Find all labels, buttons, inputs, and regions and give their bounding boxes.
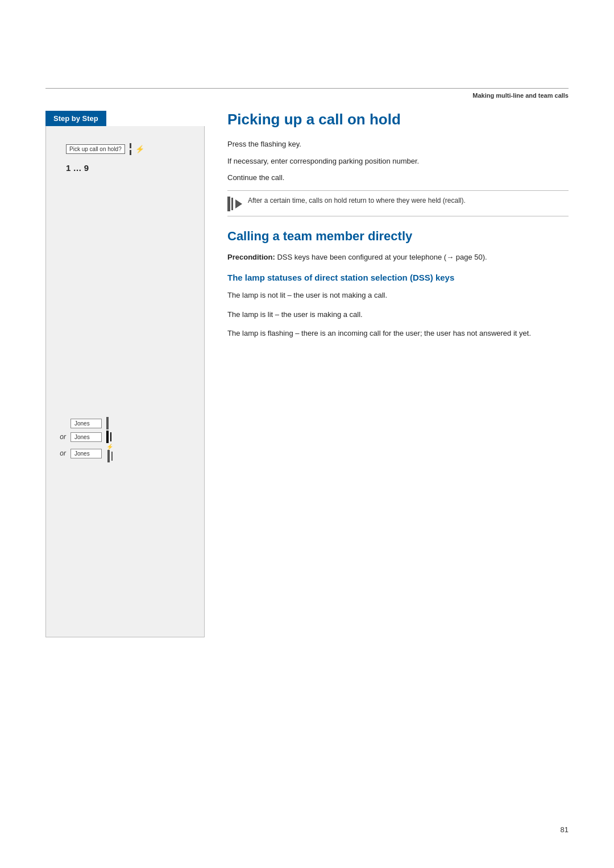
dss-lamp-2-on	[106, 431, 111, 443]
right-content: Picking up a call on hold Press the flas…	[205, 111, 569, 637]
section1-title: Picking up a call on hold	[227, 111, 569, 128]
number-range: 1 … 9	[66, 163, 89, 173]
note-bar-thick	[227, 197, 230, 211]
sidebar-body: Pick up call on hold? ⚡ 1 … 9 Jones	[45, 126, 205, 637]
dss-row-2-prefix: or	[55, 433, 66, 441]
page-number: 81	[561, 825, 569, 834]
lamp-desc-1: The lamp is not lit – the user is not ma…	[227, 290, 569, 301]
subsection-title: The lamp statuses of direct station sele…	[227, 272, 569, 283]
main-content: Step by Step Pick up call on hold? ⚡ 1 ……	[45, 111, 569, 637]
section1-step1: Press the flashing key.	[227, 139, 569, 150]
section1-step3: Continue the call.	[227, 172, 569, 183]
header-label: Making multi-line and team calls	[45, 92, 569, 99]
header-section: Making multi-line and team calls	[45, 88, 569, 99]
dss-row-3-prefix: or	[55, 449, 66, 457]
lamp-desc-2: The lamp is lit – the user is making a c…	[227, 309, 569, 320]
note-arrow	[235, 199, 242, 208]
lamp-desc-2-text: The lamp is lit – the user is making a c…	[227, 309, 569, 320]
precondition-text: Precondition: DSS keys have been configu…	[227, 252, 569, 263]
note-bar-thin	[231, 198, 233, 210]
header-rule	[45, 88, 569, 89]
dss-key-3: Jones	[70, 449, 102, 458]
lamp-desc-3: The lamp is flashing – there is an incom…	[227, 328, 569, 339]
precondition-body: DSS keys have been configured at your te…	[277, 253, 487, 261]
pickup-widget: Pick up call on hold? ⚡	[66, 143, 144, 155]
section1-step2: If necessary, enter corresponding parkin…	[227, 156, 569, 167]
section2-title: Calling a team member directly	[227, 229, 569, 244]
dss-row-1: Jones	[55, 417, 196, 429]
pickup-label: Pick up call on hold?	[66, 144, 125, 154]
step-by-step-title: Step by Step	[45, 111, 106, 126]
note-icon	[227, 197, 242, 211]
number-range-text: 1 … 9	[66, 163, 89, 173]
note-text: After a certain time, calls on hold retu…	[248, 195, 466, 206]
dss-lamp-3-flash: ⚡	[106, 444, 113, 462]
dss-key-1: Jones	[70, 419, 102, 428]
lamp-desc-1-text: The lamp is not lit – the user is not ma…	[227, 290, 569, 301]
pickup-bars-icon	[130, 143, 131, 155]
flash-symbol: ⚡	[135, 145, 144, 153]
note-box: After a certain time, calls on hold retu…	[227, 190, 569, 216]
dss-key-2: Jones	[70, 432, 102, 442]
dss-row-2: or Jones	[55, 431, 196, 443]
lamp-desc-3-text: The lamp is flashing – there is an incom…	[227, 328, 569, 339]
dss-row-3: or Jones ⚡	[55, 444, 196, 462]
dss-items: Jones or Jones or Jon	[55, 417, 196, 464]
dss-lamp-1-off	[106, 417, 109, 429]
precondition-label: Precondition:	[227, 253, 275, 261]
sidebar: Step by Step Pick up call on hold? ⚡ 1 ……	[45, 111, 205, 637]
